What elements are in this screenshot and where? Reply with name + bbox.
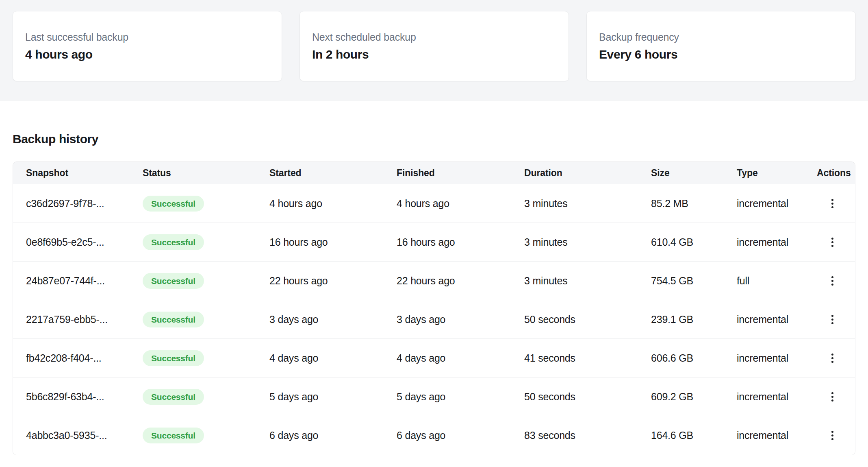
status-badge: Successful [143, 389, 204, 405]
started-cell: 16 hours ago [269, 236, 397, 248]
snapshot-cell: c36d2697-9f78-... [26, 198, 143, 209]
duration-cell: 3 minutes [524, 275, 651, 287]
type-cell: incremental [737, 352, 817, 364]
column-header-duration: Duration [524, 168, 651, 179]
row-actions-button[interactable] [826, 196, 839, 212]
snapshot-cell: 5b6c829f-63b4-... [26, 391, 143, 403]
actions-cell [817, 196, 848, 212]
size-cell: 754.5 GB [651, 275, 737, 287]
row-actions-button[interactable] [826, 234, 839, 250]
started-cell: 22 hours ago [269, 275, 397, 287]
size-cell: 85.2 MB [651, 198, 737, 209]
status-cell: Successful [143, 428, 269, 443]
duration-cell: 50 seconds [524, 314, 651, 325]
status-cell: Successful [143, 234, 269, 250]
started-cell: 6 days ago [269, 430, 397, 441]
kebab-menu-icon [831, 315, 833, 324]
duration-cell: 83 seconds [524, 430, 651, 441]
stat-label: Last successful backup [25, 31, 269, 43]
stat-card-backup-frequency: Backup frequency Every 6 hours [586, 11, 856, 81]
row-actions-button[interactable] [826, 350, 839, 366]
duration-cell: 3 minutes [524, 236, 651, 248]
row-actions-button[interactable] [826, 312, 839, 327]
actions-cell [817, 234, 848, 250]
stat-card-last-backup: Last successful backup 4 hours ago [13, 11, 282, 81]
kebab-menu-icon [831, 354, 833, 363]
status-badge: Successful [143, 196, 204, 212]
actions-cell [817, 350, 848, 366]
status-badge: Successful [143, 350, 204, 366]
started-cell: 4 hours ago [269, 198, 397, 209]
size-cell: 610.4 GB [651, 236, 737, 248]
started-cell: 5 days ago [269, 391, 397, 403]
type-cell: full [737, 275, 817, 287]
type-cell: incremental [737, 391, 817, 403]
size-cell: 606.6 GB [651, 352, 737, 364]
started-cell: 4 days ago [269, 352, 397, 364]
finished-cell: 22 hours ago [397, 275, 524, 287]
column-header-type: Type [737, 168, 817, 179]
row-actions-button[interactable] [826, 273, 839, 289]
duration-cell: 3 minutes [524, 198, 651, 209]
column-header-finished: Finished [397, 168, 524, 179]
row-actions-button[interactable] [826, 389, 839, 405]
size-cell: 609.2 GB [651, 391, 737, 403]
row-actions-button[interactable] [826, 428, 839, 443]
snapshot-cell: 0e8f69b5-e2c5-... [26, 236, 143, 248]
stat-value: In 2 hours [312, 47, 556, 62]
table-row: 2217a759-ebb5-... Successful 3 days ago … [13, 300, 855, 339]
started-cell: 3 days ago [269, 314, 397, 325]
status-badge: Successful [143, 234, 204, 250]
column-header-started: Started [269, 168, 397, 179]
column-header-status: Status [143, 168, 269, 179]
column-header-actions: Actions [817, 168, 851, 179]
status-badge: Successful [143, 428, 204, 443]
type-cell: incremental [737, 314, 817, 325]
size-cell: 164.6 GB [651, 430, 737, 441]
kebab-menu-icon [831, 392, 833, 402]
backup-history-section: Backup history Snapshot Status Started F… [0, 100, 868, 455]
snapshot-cell: fb42c208-f404-... [26, 352, 143, 364]
duration-cell: 41 seconds [524, 352, 651, 364]
type-cell: incremental [737, 430, 817, 441]
actions-cell [817, 312, 848, 327]
type-cell: incremental [737, 236, 817, 248]
actions-cell [817, 273, 848, 289]
status-badge: Successful [143, 312, 204, 327]
table-row: 4abbc3a0-5935-... Successful 6 days ago … [13, 416, 855, 455]
type-cell: incremental [737, 198, 817, 209]
status-badge: Successful [143, 273, 204, 289]
column-header-size: Size [651, 168, 737, 179]
table-header-row: Snapshot Status Started Finished Duratio… [13, 162, 855, 184]
stat-label: Backup frequency [599, 31, 843, 43]
kebab-menu-icon [831, 199, 833, 208]
status-cell: Successful [143, 196, 269, 212]
kebab-menu-icon [831, 276, 833, 286]
duration-cell: 50 seconds [524, 391, 651, 403]
status-cell: Successful [143, 350, 269, 366]
snapshot-cell: 4abbc3a0-5935-... [26, 430, 143, 441]
stat-label: Next scheduled backup [312, 31, 556, 43]
finished-cell: 5 days ago [397, 391, 524, 403]
table-row: 24b87e07-744f-... Successful 22 hours ag… [13, 262, 855, 300]
finished-cell: 4 days ago [397, 352, 524, 364]
actions-cell [817, 428, 848, 443]
finished-cell: 6 days ago [397, 430, 524, 441]
status-cell: Successful [143, 312, 269, 327]
kebab-menu-icon [831, 431, 833, 440]
table-row: 5b6c829f-63b4-... Successful 5 days ago … [13, 378, 855, 416]
status-cell: Successful [143, 273, 269, 289]
snapshot-cell: 24b87e07-744f-... [26, 275, 143, 287]
stats-section: Last successful backup 4 hours ago Next … [0, 0, 868, 100]
table-body: c36d2697-9f78-... Successful 4 hours ago… [13, 184, 855, 455]
table-row: fb42c208-f404-... Successful 4 days ago … [13, 339, 855, 378]
snapshot-cell: 2217a759-ebb5-... [26, 314, 143, 325]
finished-cell: 16 hours ago [397, 236, 524, 248]
stat-value: Every 6 hours [599, 47, 843, 62]
status-cell: Successful [143, 389, 269, 405]
table-row: c36d2697-9f78-... Successful 4 hours ago… [13, 184, 855, 223]
size-cell: 239.1 GB [651, 314, 737, 325]
finished-cell: 3 days ago [397, 314, 524, 325]
finished-cell: 4 hours ago [397, 198, 524, 209]
section-title: Backup history [13, 131, 855, 147]
